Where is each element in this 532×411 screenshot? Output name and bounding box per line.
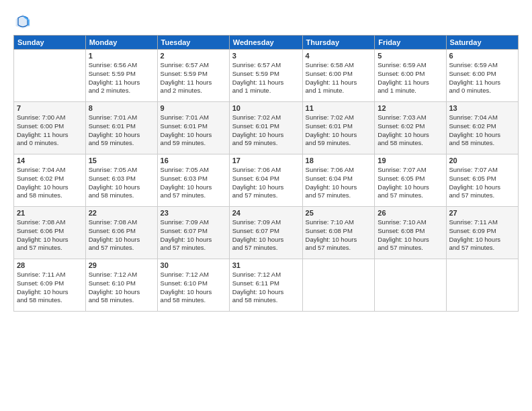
day-info: Sunrise: 7:01 AM Sunset: 6:01 PM Dayligh…	[161, 113, 226, 148]
calendar-cell	[375, 259, 446, 312]
calendar-cell: 31Sunrise: 7:12 AM Sunset: 6:11 PM Dayli…	[229, 259, 302, 312]
day-number: 5	[378, 52, 443, 60]
calendar-cell: 17Sunrise: 7:06 AM Sunset: 6:04 PM Dayli…	[229, 154, 302, 207]
calendar-cell: 24Sunrise: 7:09 AM Sunset: 6:07 PM Dayli…	[229, 207, 302, 259]
calendar-cell: 6Sunrise: 6:59 AM Sunset: 6:00 PM Daylig…	[446, 50, 519, 102]
calendar-cell: 8Sunrise: 7:01 AM Sunset: 6:01 PM Daylig…	[85, 102, 157, 154]
calendar-week-row: 1Sunrise: 6:56 AM Sunset: 5:59 PM Daylig…	[14, 50, 519, 102]
calendar-cell: 1Sunrise: 6:56 AM Sunset: 5:59 PM Daylig…	[85, 50, 157, 102]
day-number: 28	[17, 261, 83, 269]
day-number: 23	[161, 209, 226, 217]
day-info: Sunrise: 7:09 AM Sunset: 6:07 PM Dayligh…	[161, 218, 226, 253]
day-number: 1	[89, 52, 154, 60]
day-info: Sunrise: 7:01 AM Sunset: 6:01 PM Dayligh…	[89, 113, 154, 148]
logo	[13, 12, 35, 31]
calendar-cell: 19Sunrise: 7:07 AM Sunset: 6:05 PM Dayli…	[375, 154, 446, 207]
day-info: Sunrise: 7:10 AM Sunset: 6:08 PM Dayligh…	[306, 218, 372, 253]
day-number: 25	[306, 209, 372, 217]
calendar-header-thursday: Thursday	[302, 36, 375, 50]
calendar-week-row: 21Sunrise: 7:08 AM Sunset: 6:06 PM Dayli…	[14, 207, 519, 259]
day-info: Sunrise: 6:59 AM Sunset: 6:00 PM Dayligh…	[449, 61, 516, 95]
day-number: 3	[232, 52, 300, 60]
day-info: Sunrise: 7:10 AM Sunset: 6:08 PM Dayligh…	[378, 218, 443, 253]
day-number: 17	[232, 156, 300, 165]
calendar-cell: 26Sunrise: 7:10 AM Sunset: 6:08 PM Dayli…	[375, 207, 446, 259]
day-info: Sunrise: 7:09 AM Sunset: 6:07 PM Dayligh…	[232, 218, 300, 253]
calendar-cell: 23Sunrise: 7:09 AM Sunset: 6:07 PM Dayli…	[157, 207, 229, 259]
day-number: 20	[449, 156, 516, 165]
calendar-cell: 22Sunrise: 7:08 AM Sunset: 6:06 PM Dayli…	[85, 207, 157, 259]
calendar-cell: 27Sunrise: 7:11 AM Sunset: 6:09 PM Dayli…	[446, 207, 519, 259]
day-number: 8	[89, 104, 154, 112]
day-number: 29	[89, 261, 154, 269]
day-info: Sunrise: 7:12 AM Sunset: 6:11 PM Dayligh…	[232, 271, 300, 305]
calendar-cell: 21Sunrise: 7:08 AM Sunset: 6:06 PM Dayli…	[14, 207, 86, 259]
day-info: Sunrise: 7:05 AM Sunset: 6:03 PM Dayligh…	[89, 166, 154, 200]
calendar-week-row: 14Sunrise: 7:04 AM Sunset: 6:02 PM Dayli…	[14, 154, 519, 207]
calendar-cell: 16Sunrise: 7:05 AM Sunset: 6:03 PM Dayli…	[157, 154, 229, 207]
day-number: 7	[17, 104, 83, 112]
calendar-header-monday: Monday	[85, 36, 157, 50]
day-number: 2	[161, 52, 226, 60]
calendar-header-friday: Friday	[375, 36, 446, 50]
day-number: 30	[161, 261, 226, 269]
day-info: Sunrise: 7:08 AM Sunset: 6:06 PM Dayligh…	[17, 218, 83, 253]
calendar-header-saturday: Saturday	[446, 36, 519, 50]
calendar-cell: 10Sunrise: 7:02 AM Sunset: 6:01 PM Dayli…	[229, 102, 302, 154]
calendar-week-row: 7Sunrise: 7:00 AM Sunset: 6:00 PM Daylig…	[14, 102, 519, 154]
day-number: 21	[17, 209, 83, 217]
calendar-cell: 12Sunrise: 7:03 AM Sunset: 6:02 PM Dayli…	[375, 102, 446, 154]
calendar-table: SundayMondayTuesdayWednesdayThursdayFrid…	[13, 35, 519, 312]
day-info: Sunrise: 6:57 AM Sunset: 5:59 PM Dayligh…	[232, 61, 300, 95]
logo-icon	[13, 12, 32, 31]
calendar-cell: 5Sunrise: 6:59 AM Sunset: 6:00 PM Daylig…	[375, 50, 446, 102]
calendar-cell: 13Sunrise: 7:04 AM Sunset: 6:02 PM Dayli…	[446, 102, 519, 154]
day-number: 22	[89, 209, 154, 217]
day-number: 19	[378, 156, 443, 165]
calendar-cell: 11Sunrise: 7:02 AM Sunset: 6:01 PM Dayli…	[302, 102, 375, 154]
calendar-cell	[302, 259, 375, 312]
day-number: 13	[449, 104, 516, 112]
day-info: Sunrise: 7:08 AM Sunset: 6:06 PM Dayligh…	[89, 218, 154, 253]
calendar-cell: 28Sunrise: 7:11 AM Sunset: 6:09 PM Dayli…	[14, 259, 86, 312]
calendar-header-sunday: Sunday	[14, 36, 86, 50]
day-number: 27	[449, 209, 516, 217]
day-number: 15	[89, 156, 154, 165]
calendar-cell: 18Sunrise: 7:06 AM Sunset: 6:04 PM Dayli…	[302, 154, 375, 207]
day-number: 12	[378, 104, 443, 112]
day-info: Sunrise: 7:00 AM Sunset: 6:00 PM Dayligh…	[17, 113, 83, 148]
day-number: 26	[378, 209, 443, 217]
day-info: Sunrise: 7:03 AM Sunset: 6:02 PM Dayligh…	[378, 113, 443, 148]
day-info: Sunrise: 6:59 AM Sunset: 6:00 PM Dayligh…	[378, 61, 443, 95]
calendar-header-row: SundayMondayTuesdayWednesdayThursdayFrid…	[14, 36, 519, 50]
calendar-week-row: 28Sunrise: 7:11 AM Sunset: 6:09 PM Dayli…	[14, 259, 519, 312]
calendar-cell: 30Sunrise: 7:12 AM Sunset: 6:10 PM Dayli…	[157, 259, 229, 312]
calendar-cell: 15Sunrise: 7:05 AM Sunset: 6:03 PM Dayli…	[85, 154, 157, 207]
day-info: Sunrise: 7:04 AM Sunset: 6:02 PM Dayligh…	[449, 113, 516, 148]
header	[13, 12, 519, 31]
page: SundayMondayTuesdayWednesdayThursdayFrid…	[0, 0, 532, 411]
day-info: Sunrise: 7:02 AM Sunset: 6:01 PM Dayligh…	[232, 113, 300, 148]
day-info: Sunrise: 7:12 AM Sunset: 6:10 PM Dayligh…	[161, 271, 226, 305]
day-info: Sunrise: 6:56 AM Sunset: 5:59 PM Dayligh…	[89, 61, 154, 95]
day-info: Sunrise: 7:12 AM Sunset: 6:10 PM Dayligh…	[89, 271, 154, 305]
day-info: Sunrise: 7:05 AM Sunset: 6:03 PM Dayligh…	[161, 166, 226, 200]
day-info: Sunrise: 6:58 AM Sunset: 6:00 PM Dayligh…	[306, 61, 372, 95]
calendar-header-tuesday: Tuesday	[157, 36, 229, 50]
day-info: Sunrise: 7:07 AM Sunset: 6:05 PM Dayligh…	[378, 166, 443, 200]
calendar-cell: 3Sunrise: 6:57 AM Sunset: 5:59 PM Daylig…	[229, 50, 302, 102]
day-number: 14	[17, 156, 83, 165]
day-number: 10	[232, 104, 300, 112]
calendar-header-wednesday: Wednesday	[229, 36, 302, 50]
day-info: Sunrise: 7:02 AM Sunset: 6:01 PM Dayligh…	[306, 113, 372, 148]
day-info: Sunrise: 6:57 AM Sunset: 5:59 PM Dayligh…	[161, 61, 226, 95]
day-info: Sunrise: 7:11 AM Sunset: 6:09 PM Dayligh…	[449, 218, 516, 253]
day-number: 16	[161, 156, 226, 165]
day-number: 24	[232, 209, 300, 217]
day-number: 6	[449, 52, 516, 60]
day-number: 4	[306, 52, 372, 60]
calendar-cell: 20Sunrise: 7:07 AM Sunset: 6:05 PM Dayli…	[446, 154, 519, 207]
day-info: Sunrise: 7:06 AM Sunset: 6:04 PM Dayligh…	[306, 166, 372, 200]
calendar-cell	[14, 50, 86, 102]
calendar-cell: 29Sunrise: 7:12 AM Sunset: 6:10 PM Dayli…	[85, 259, 157, 312]
